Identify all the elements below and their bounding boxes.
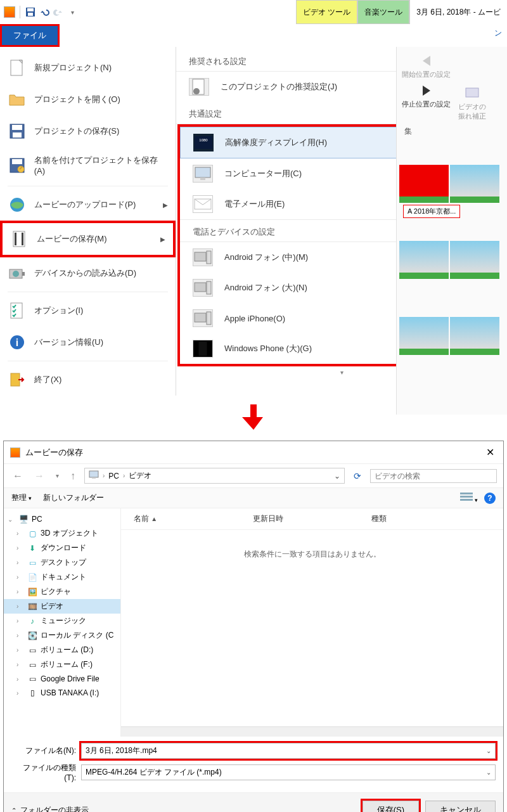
col-date[interactable]: 更新日時 (253, 513, 372, 524)
timeline-row-2[interactable] (399, 241, 504, 279)
col-name[interactable]: 名前 ▲ (134, 513, 253, 524)
qat-undo-icon[interactable] (38, 6, 51, 18)
tree-localdisk[interactable]: ›💽ローカル ディスク (C (4, 628, 120, 643)
timeline-row-1[interactable] (399, 165, 504, 203)
tree-downloads[interactable]: ›⬇ダウンロード (4, 541, 120, 555)
file-version[interactable]: i バージョン情報(U) (0, 326, 176, 358)
context-tab-music[interactable]: 音楽ツール (357, 0, 409, 24)
context-tab-video[interactable]: ビデオ ツール (296, 0, 357, 24)
svg-rect-40 (460, 499, 473, 501)
drive-icon: ▭ (27, 674, 38, 684)
file-options[interactable]: オプション(I) (0, 295, 176, 326)
tree-3d-objects[interactable]: ›▢3D オブジェクト (4, 526, 120, 541)
film-icon (11, 231, 28, 247)
file-open-project-label: プロジェクトを開く(O) (34, 94, 120, 105)
breadcrumb-video[interactable]: ビデオ (129, 470, 151, 481)
drive-icon: ▭ (27, 660, 38, 670)
timeline-clip[interactable] (399, 317, 449, 355)
timeline-clip[interactable] (399, 165, 449, 203)
file-save-movie[interactable]: ムービーの保存(M) ▶ (0, 221, 176, 257)
tree-volume-f[interactable]: ›▭ボリューム (F:) (4, 657, 120, 672)
app-icon (10, 448, 20, 458)
file-exit[interactable]: 終了(X) (0, 364, 176, 396)
tree-documents[interactable]: ›📄ドキュメント (4, 570, 120, 584)
picture-icon: 🖼️ (27, 587, 38, 597)
checklist-icon (9, 302, 25, 319)
ribbon-stabilize[interactable]: ビデオの 振れ補正 (458, 84, 486, 121)
ribbon-right-panel: 開始位置の設定 停止位置の設定 ビデオの 振れ補正 集 A 2018年京都... (396, 47, 507, 415)
timeline-clip[interactable] (450, 241, 499, 279)
toolbar-new-folder[interactable]: 新しいフォルダー (43, 493, 104, 503)
timeline-clip[interactable] (450, 165, 499, 203)
search-input[interactable] (370, 469, 497, 483)
svg-rect-16 (22, 272, 25, 276)
timeline-clip[interactable] (399, 241, 449, 279)
toolbar-organize[interactable]: 整理 ▾ (11, 493, 32, 503)
phone-camera-icon (193, 279, 213, 297)
breadcrumb-drop-icon[interactable]: ⌄ (334, 472, 340, 480)
save-button[interactable]: 保存(S) (363, 801, 419, 812)
qat-customize-icon[interactable]: ▾ (66, 6, 79, 18)
nav-forward-icon[interactable]: → (32, 469, 47, 483)
usb-icon: ▯ (27, 688, 38, 698)
breadcrumb[interactable]: › PC › ビデオ ⌄ (84, 468, 345, 484)
svg-rect-30 (195, 283, 206, 292)
tree-pc[interactable]: ⌄🖥️PC (4, 512, 120, 526)
nav-up-icon[interactable]: ↑ (68, 469, 78, 483)
file-import-device[interactable]: デバイスからの読み込み(D) (0, 257, 176, 289)
file-tab[interactable]: ファイル (0, 24, 60, 47)
tree-usb[interactable]: ›▯USB TANAKA (I:) (4, 686, 120, 700)
svg-rect-5 (12, 125, 22, 130)
help-icon[interactable]: ? (484, 493, 496, 504)
file-import-device-label: デバイスからの読み込み(D) (34, 267, 136, 279)
file-open-project[interactable]: プロジェクトを開く(O) (0, 84, 176, 115)
file-menu: 新規プロジェクト(N) プロジェクトを開く(O) プロジェクトの保存(S) 名前… (0, 47, 176, 396)
save-as-icon (9, 157, 25, 174)
list-header[interactable]: 名前 ▲ 更新日時 種類 (121, 508, 503, 530)
cancel-button[interactable]: キャンセル (425, 801, 496, 812)
ribbon-group-edit: 集 (399, 124, 504, 139)
tree-videos[interactable]: ›🎞️ビデオ (4, 599, 120, 614)
breadcrumb-pc[interactable]: PC (108, 472, 119, 480)
phone-camera-icon (193, 309, 213, 327)
nav-recent-icon[interactable]: ▾ (53, 471, 61, 480)
dropdown-icon[interactable]: ⌄ (486, 747, 491, 754)
horizontal-scrollbar[interactable] (121, 726, 503, 737)
tree-gdrive[interactable]: ›▭Google Drive File (4, 672, 120, 686)
filetype-value: MPEG-4/H.264 ビデオ ファイル (*.mp4) (86, 767, 222, 778)
dropdown-icon[interactable]: ⌄ (486, 769, 491, 776)
tree-volume-d[interactable]: ›▭ボリューム (D:) (4, 643, 120, 657)
hide-folders-toggle[interactable]: ⌃ フォルダーの非表示 (11, 805, 89, 813)
col-type[interactable]: 種類 (371, 513, 491, 524)
svg-rect-12 (15, 233, 16, 245)
folder-tree[interactable]: ⌄🖥️PC ›▢3D オブジェクト ›⬇ダウンロード ›▭デスクトップ ›📄ドキ… (4, 508, 121, 737)
timeline-row-3[interactable] (399, 317, 504, 355)
file-new-project[interactable]: 新規プロジェクト(N) (0, 52, 176, 84)
submenu-hd-label: 高解像度ディスプレイ用(H) (225, 137, 327, 148)
filetype-select[interactable]: MPEG-4/H.264 ビデオ ファイル (*.mp4) ⌄ (81, 764, 496, 780)
desktop-icon: ▭ (27, 558, 38, 568)
arrow-right-icon: ▶ (163, 202, 168, 209)
tree-desktop[interactable]: ›▭デスクトップ (4, 555, 120, 570)
tree-pictures[interactable]: ›🖼️ピクチャ (4, 584, 120, 599)
ribbon-stop-pos[interactable]: 停止位置の設定 (402, 84, 451, 121)
ribbon-start-pos[interactable]: 開始位置の設定 (402, 55, 451, 79)
refresh-icon[interactable]: ⟳ (351, 468, 364, 484)
close-icon[interactable]: ✕ (484, 446, 497, 458)
file-upload-movie-label: ムービーのアップロード(P) (34, 199, 136, 210)
view-mode-icon[interactable]: ▾ (460, 492, 478, 504)
file-save-project[interactable]: プロジェクトの保存(S) (0, 115, 176, 147)
qat-save-icon[interactable] (24, 6, 37, 18)
svg-point-9 (18, 166, 24, 172)
svg-rect-39 (460, 496, 473, 498)
filename-label: ファイル名(N): (11, 745, 81, 756)
nav-back-icon[interactable]: ← (10, 469, 25, 483)
file-save-as-project[interactable]: 名前を付けてプロジェクトを保存(A) (0, 147, 176, 183)
file-upload-movie[interactable]: ムービーのアップロード(P) ▶ (0, 189, 176, 221)
qat-redo-icon[interactable] (52, 6, 65, 18)
timeline-clip[interactable] (450, 317, 499, 355)
save-disk-icon (9, 123, 25, 139)
svg-point-15 (13, 271, 19, 277)
filename-input[interactable]: 3月 6日, 2018年.mp4 ⌄ (81, 743, 496, 759)
tree-music[interactable]: ›♪ミュージック (4, 614, 120, 628)
